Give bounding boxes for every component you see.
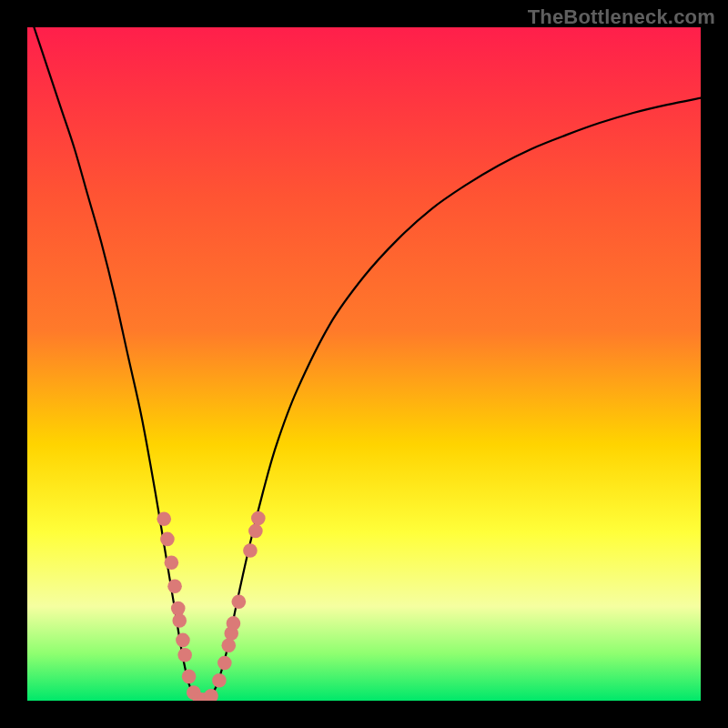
- marker-dot: [172, 613, 187, 628]
- marker-dot: [157, 511, 171, 526]
- marker-dot: [212, 673, 227, 688]
- marker-dot: [176, 633, 190, 648]
- marker-dot: [165, 556, 179, 571]
- marker-dot: [243, 543, 258, 558]
- watermark-text: TheBottleneck.com: [528, 5, 715, 29]
- gradient-bg: [27, 27, 701, 701]
- marker-dot: [177, 648, 192, 662]
- marker-dot: [167, 579, 182, 593]
- marker-dot: [160, 532, 175, 547]
- marker-dot: [248, 524, 263, 539]
- bottleneck-chart: [27, 27, 701, 701]
- marker-dot: [251, 511, 266, 526]
- chart-frame: TheBottleneck.com: [0, 0, 728, 728]
- marker-dot: [171, 602, 186, 616]
- marker-dot: [232, 594, 247, 609]
- plot-area: [27, 27, 701, 701]
- marker-dot: [217, 656, 232, 671]
- marker-dot: [182, 670, 197, 684]
- marker-dot: [227, 616, 241, 631]
- marker-dot: [221, 639, 236, 653]
